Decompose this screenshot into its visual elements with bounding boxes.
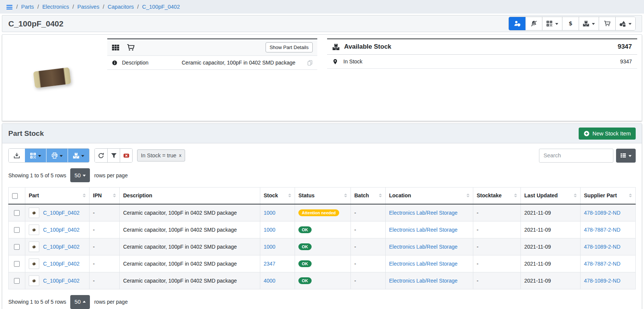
location-link[interactable]: Electronics Lab/Reel Storage — [389, 278, 457, 284]
chevron-down-icon — [555, 23, 558, 25]
column-header-location[interactable]: Location — [386, 188, 473, 204]
stock-table-toolbar: In Stock = true x — [8, 148, 636, 163]
part-thumbnail — [29, 208, 39, 218]
pricing-button[interactable]: $ — [562, 17, 579, 30]
breadcrumb-separator: / — [37, 4, 39, 10]
print-actions-button[interactable] — [46, 149, 68, 162]
location-link[interactable]: Electronics Lab/Reel Storage — [389, 244, 457, 250]
breadcrumb-link[interactable]: Capacitors — [108, 4, 134, 10]
breadcrumb-link[interactable]: Parts — [21, 4, 34, 10]
sort-icon[interactable] — [110, 194, 116, 197]
remove-filter-icon[interactable]: x — [179, 153, 181, 158]
grid-icon[interactable] — [112, 44, 119, 51]
sort-icon[interactable] — [511, 194, 517, 197]
breadcrumb-link[interactable]: Passives — [77, 4, 99, 10]
search-input[interactable] — [539, 149, 613, 163]
stock-table-row: C_100pF_0402-Ceramic capacitor, 100pF in… — [9, 272, 636, 289]
column-header-status[interactable]: Status — [295, 188, 351, 204]
refresh-icon — [98, 152, 104, 159]
breadcrumb-separator: / — [16, 4, 18, 10]
part-link[interactable]: C_100pF_0402 — [43, 227, 80, 233]
sort-icon[interactable] — [626, 194, 632, 197]
sort-icon[interactable] — [571, 194, 577, 197]
cart-icon — [604, 20, 610, 27]
row-checkbox[interactable] — [14, 278, 20, 284]
copy-icon[interactable] — [307, 60, 313, 66]
stock-options-button[interactable] — [68, 149, 89, 162]
page-size-select[interactable]: 50 — [70, 168, 90, 182]
page-size-select[interactable]: 50 — [70, 295, 90, 309]
breadcrumb: /Parts/Electronics/Passives/Capacitors/C… — [0, 0, 644, 14]
part-thumbnail — [29, 258, 39, 269]
stock-link[interactable]: 4000 — [264, 278, 275, 284]
description-cell: Ceramic capacitor, 100pF in 0402 SMD pac… — [120, 255, 260, 272]
qrcode-icon — [30, 152, 36, 159]
stock-link[interactable]: 1000 — [264, 227, 275, 233]
breadcrumb-link[interactable]: Electronics — [42, 4, 69, 10]
part-overview-card: Show Part Details DescriptionCeramic cap… — [2, 34, 642, 121]
barcode-actions-button[interactable] — [25, 149, 46, 162]
row-checkbox[interactable] — [14, 227, 20, 233]
column-header-stocktake[interactable]: Stocktake — [473, 188, 521, 204]
export-button[interactable] — [9, 149, 25, 162]
supplier-part-link[interactable]: 478-7887-2-ND — [584, 261, 621, 267]
stock-link[interactable]: 1000 — [264, 244, 275, 250]
stocktake-cell: - — [473, 255, 521, 272]
stock-actions-button[interactable] — [579, 17, 599, 30]
location-link[interactable]: Electronics Lab/Reel Storage — [389, 261, 457, 267]
batch-cell: - — [351, 204, 386, 221]
filter-button[interactable] — [107, 149, 120, 162]
new-stock-item-button[interactable]: New Stock Item — [579, 128, 636, 140]
notification-mute-button[interactable] — [525, 17, 542, 30]
showing-text: Showing 1 to 5 of 5 rows — [8, 299, 66, 305]
status-badge: OK — [298, 226, 312, 233]
supplier-part-link[interactable]: 478-1089-2-ND — [584, 278, 621, 284]
reload-button[interactable] — [95, 149, 107, 162]
supplier-part-link[interactable]: 478-7887-2-ND — [584, 227, 621, 233]
stock-link[interactable]: 1000 — [264, 210, 275, 216]
clear-filters-button[interactable] — [120, 149, 132, 162]
sort-icon[interactable] — [80, 194, 86, 197]
location-link[interactable]: Electronics Lab/Reel Storage — [389, 227, 457, 233]
admin-button[interactable] — [509, 17, 525, 30]
sort-icon[interactable] — [285, 194, 291, 197]
supplier-part-link[interactable]: 478-1089-2-ND — [584, 210, 621, 216]
column-header-stock[interactable]: Stock — [260, 188, 295, 204]
chevron-down-icon — [629, 23, 632, 25]
select-all-checkbox[interactable] — [12, 193, 18, 199]
column-header-supplier-part[interactable]: Supplier Part — [581, 188, 636, 204]
sort-icon[interactable] — [341, 194, 347, 197]
sort-icon[interactable] — [376, 194, 382, 197]
table-view-toggle-button[interactable] — [616, 149, 636, 163]
column-header-ipn[interactable]: IPN — [90, 188, 120, 204]
row-checkbox[interactable] — [14, 244, 20, 250]
part-link[interactable]: C_100pF_0402 — [43, 261, 80, 267]
ipn-cell: - — [90, 204, 120, 221]
row-checkbox[interactable] — [14, 210, 20, 216]
row-checkbox[interactable] — [14, 261, 20, 267]
column-header-batch[interactable]: Batch — [351, 188, 386, 204]
stocktake-cell: - — [473, 272, 521, 289]
column-header-last-updated[interactable]: Last Updated — [521, 188, 581, 204]
part-image[interactable] — [7, 38, 97, 117]
breadcrumb-link[interactable]: C_100pF_0402 — [142, 4, 180, 10]
stock-link[interactable]: 2347 — [264, 261, 275, 267]
sort-icon[interactable] — [463, 194, 469, 197]
order-actions-button[interactable] — [599, 17, 615, 30]
cart-icon[interactable] — [127, 44, 134, 51]
part-link[interactable]: C_100pF_0402 — [43, 278, 80, 284]
supplier-part-link[interactable]: 478-1089-2-ND — [584, 244, 621, 250]
part-thumbnail — [29, 241, 39, 252]
barcode-actions-button[interactable] — [542, 17, 562, 30]
location-link[interactable]: Electronics Lab/Reel Storage — [389, 210, 457, 216]
available-stock-panel: Available Stock 9347 In Stock9347 — [327, 38, 637, 69]
menu-icon[interactable] — [6, 4, 13, 10]
show-part-details-button[interactable]: Show Part Details — [266, 42, 313, 52]
part-actions-button[interactable] — [615, 17, 635, 30]
batch-cell: - — [351, 272, 386, 289]
part-link[interactable]: C_100pF_0402 — [43, 210, 80, 216]
detail-value: Ceramic capacitor, 100pF in 0402 SMD pac… — [182, 60, 303, 66]
part-link[interactable]: C_100pF_0402 — [43, 244, 80, 250]
column-header-part[interactable]: Part — [25, 188, 90, 204]
ipn-cell: - — [90, 221, 120, 238]
